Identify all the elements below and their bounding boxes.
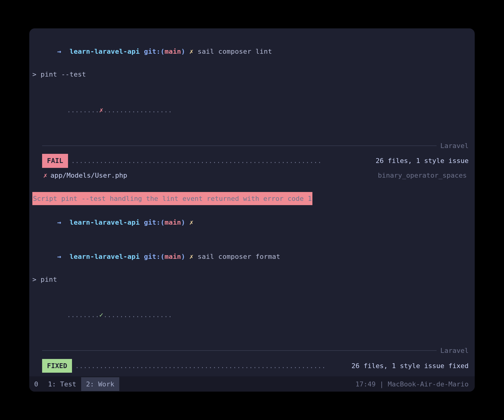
arrow-icon: → bbox=[57, 219, 61, 226]
terminal-body[interactable]: → learn-laravel-api git:(main) ✗ sail co… bbox=[29, 28, 475, 376]
tab-work[interactable]: 2: Work bbox=[81, 377, 119, 391]
status-bar: 0 1: Test 2: Work 17:49 | MacBook-Air-de… bbox=[29, 376, 475, 392]
terminal-window: → learn-laravel-api git:(main) ✗ sail co… bbox=[29, 28, 475, 392]
command-text: sail composer format bbox=[198, 253, 280, 260]
prompt-dir: learn-laravel-api bbox=[70, 219, 140, 226]
fail-badge: FAIL bbox=[42, 154, 68, 168]
tab-test[interactable]: 1: Test bbox=[43, 377, 81, 391]
fixed-badge: FIXED bbox=[42, 359, 72, 373]
fail-status-row: FAIL ...................................… bbox=[42, 154, 469, 168]
git-close: ) bbox=[181, 253, 185, 260]
status-host: MacBook-Air-de-Mario bbox=[388, 380, 469, 388]
hr-label: Laravel bbox=[440, 140, 469, 151]
dots-pre: ........ bbox=[67, 106, 99, 114]
fixed-status-row: FIXED ..................................… bbox=[42, 359, 469, 373]
status-sep: | bbox=[376, 380, 388, 388]
fixed-summary: 26 files, 1 style issue fixed bbox=[351, 360, 469, 371]
git-label: git:( bbox=[144, 219, 165, 226]
section-rule: Laravel bbox=[42, 140, 469, 151]
hr-rule bbox=[42, 350, 437, 351]
pint-test-line: > pint --test bbox=[32, 69, 472, 80]
script-error-text: Script pint --test handling the lint eve… bbox=[32, 192, 312, 205]
dirty-icon: ✗ bbox=[189, 48, 194, 55]
prompt-line-1: → learn-laravel-api git:(main) ✗ sail co… bbox=[32, 34, 472, 69]
prompt-dir: learn-laravel-api bbox=[70, 253, 140, 260]
prompt-line-3: → learn-laravel-api git:(main) ✗ sail co… bbox=[32, 239, 472, 273]
command-text: sail composer lint bbox=[198, 48, 272, 55]
pint-line: > pint bbox=[32, 274, 472, 285]
script-error-wrap: Script pint --test handling the lint eve… bbox=[32, 181, 472, 205]
status-right: 17:49 | MacBook-Air-de-Mario bbox=[355, 380, 475, 388]
status-time: 17:49 bbox=[355, 380, 376, 388]
fill-dots: ........................................… bbox=[72, 360, 351, 371]
progress-dots-fail: ........✗................. bbox=[32, 93, 472, 127]
fail-fixer: binary_operator_spaces bbox=[378, 170, 467, 181]
git-label: git:( bbox=[144, 48, 165, 55]
check-icon: ✓ bbox=[99, 311, 103, 319]
dirty-icon: ✗ bbox=[189, 219, 194, 226]
dirty-icon: ✗ bbox=[189, 253, 194, 260]
fail-summary: 26 files, 1 style issue bbox=[376, 155, 469, 166]
prompt-dir: learn-laravel-api bbox=[70, 48, 140, 55]
dots-pre: ........ bbox=[67, 311, 99, 319]
fail-file-path: app/Models/User.php bbox=[50, 170, 127, 181]
window-index[interactable]: 0 bbox=[29, 377, 43, 391]
fail-file-x-icon: ✗ bbox=[43, 170, 47, 181]
git-branch: main bbox=[164, 219, 181, 226]
fill-dots: ........................................… bbox=[68, 155, 376, 166]
arrow-icon: → bbox=[57, 48, 61, 55]
git-close: ) bbox=[181, 48, 185, 55]
git-label: git:( bbox=[144, 253, 165, 260]
hr-rule bbox=[42, 146, 437, 146]
fail-file-row: ✗ app/Models/User.php binary_operator_sp… bbox=[43, 170, 469, 181]
dots-post: ................. bbox=[103, 106, 172, 114]
hr-label: Laravel bbox=[440, 345, 469, 356]
git-branch: main bbox=[164, 48, 181, 55]
prompt-line-2: → learn-laravel-api git:(main) ✗ bbox=[32, 205, 472, 239]
git-branch: main bbox=[164, 253, 181, 260]
section-rule: Laravel bbox=[42, 345, 469, 356]
git-close: ) bbox=[181, 219, 185, 226]
dots-post: ................. bbox=[103, 311, 172, 319]
fail-x-icon: ✗ bbox=[99, 106, 103, 114]
progress-dots-fixed: ........✓................. bbox=[32, 298, 472, 332]
arrow-icon: → bbox=[57, 253, 61, 260]
